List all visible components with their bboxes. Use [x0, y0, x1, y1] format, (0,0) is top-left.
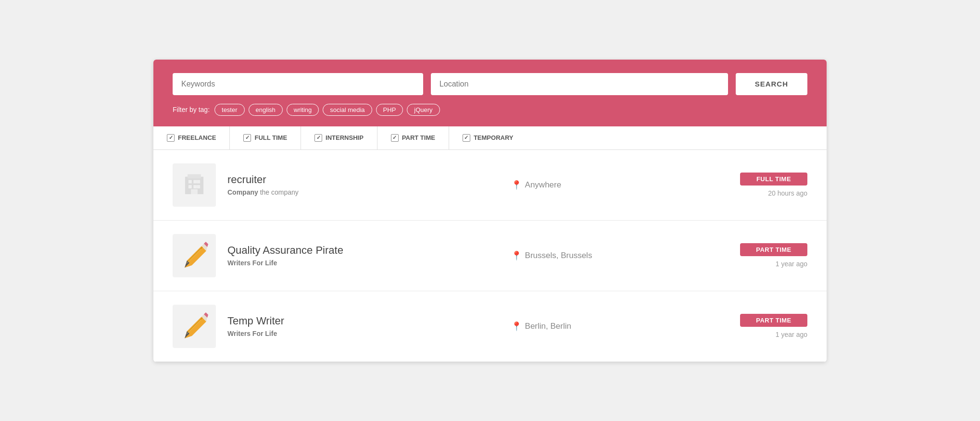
job-info: Temp Writer Writers For Life: [227, 315, 500, 337]
job-company: Company the company: [227, 188, 500, 196]
main-container: SEARCH Filter by tag: testerenglishwriti…: [153, 60, 827, 362]
job-company: Writers For Life: [227, 330, 500, 337]
checkbox-icon: [243, 134, 251, 142]
job-type-badge[interactable]: PART TIME: [740, 243, 807, 256]
job-item[interactable]: Quality Assurance Pirate Writers For Lif…: [153, 221, 827, 291]
job-location: 📍 Anywhere: [511, 180, 729, 190]
svg-rect-7: [197, 185, 200, 188]
filter-bar: FREELANCEFULL TIMEINTERNSHIPPART TIMETEM…: [153, 126, 827, 150]
search-button[interactable]: SEARCH: [736, 73, 807, 95]
job-time: 1 year ago: [776, 260, 807, 268]
job-info: Quality Assurance Pirate Writers For Lif…: [227, 244, 500, 267]
tag-button[interactable]: tester: [214, 104, 245, 116]
tag-button[interactable]: jQuery: [407, 104, 440, 116]
location-text: Brussels, Brussels: [525, 251, 592, 260]
location-input[interactable]: [431, 73, 728, 95]
search-row: SEARCH: [173, 73, 807, 95]
job-meta: FULL TIME 20 hours ago: [740, 173, 807, 197]
filter-type-label: PART TIME: [402, 134, 435, 141]
location-pin-icon: 📍: [511, 321, 522, 332]
checkbox-icon: [391, 134, 399, 142]
location-text: Berlin, Berlin: [525, 322, 571, 331]
checkbox-icon: [314, 134, 322, 142]
location-pin-icon: 📍: [511, 250, 522, 261]
job-item[interactable]: recruiter Company the company 📍 Anywhere…: [153, 150, 827, 221]
checkbox-icon: [463, 134, 470, 142]
filter-label: Filter by tag:: [173, 106, 210, 113]
tag-button[interactable]: writing: [287, 104, 319, 116]
job-company: Writers For Life: [227, 259, 500, 267]
job-type-badge[interactable]: PART TIME: [740, 314, 807, 327]
tag-button[interactable]: english: [249, 104, 283, 116]
job-logo: [173, 305, 216, 348]
job-logo: [173, 234, 216, 277]
tag-button[interactable]: social media: [323, 104, 372, 116]
filter-row: Filter by tag: testerenglishwritingsocia…: [173, 104, 807, 116]
search-header: SEARCH Filter by tag: testerenglishwriti…: [153, 60, 827, 126]
job-location: 📍 Berlin, Berlin: [511, 321, 729, 332]
filter-type-freelance[interactable]: FREELANCE: [153, 126, 230, 149]
filter-type-label: TEMPORARY: [474, 134, 514, 141]
company-prefix: Company: [227, 188, 258, 196]
job-time: 20 hours ago: [768, 189, 807, 197]
svg-rect-3: [193, 180, 197, 183]
job-title: recruiter: [227, 173, 500, 186]
filter-type-internship[interactable]: INTERNSHIP: [301, 126, 377, 149]
svg-rect-2: [188, 180, 192, 183]
job-logo: [173, 163, 216, 207]
job-info: recruiter Company the company: [227, 173, 500, 196]
tags-container: testerenglishwritingsocial mediaPHPjQuer…: [214, 104, 440, 116]
svg-rect-6: [193, 185, 197, 188]
job-meta: PART TIME 1 year ago: [740, 243, 807, 268]
tag-button[interactable]: PHP: [376, 104, 403, 116]
checkbox-icon: [167, 134, 175, 142]
svg-rect-8: [191, 189, 198, 194]
filter-type-temporary[interactable]: TEMPORARY: [449, 126, 527, 149]
job-meta: PART TIME 1 year ago: [740, 314, 807, 338]
job-title: Temp Writer: [227, 315, 500, 327]
filter-type-full-time[interactable]: FULL TIME: [230, 126, 301, 149]
location-text: Anywhere: [525, 180, 562, 190]
svg-rect-4: [197, 180, 200, 183]
filter-type-part-time[interactable]: PART TIME: [377, 126, 449, 149]
company-name: Writers For Life: [227, 259, 277, 267]
job-item[interactable]: Temp Writer Writers For Life 📍 Berlin, B…: [153, 291, 827, 362]
company-name: Writers For Life: [227, 330, 277, 337]
job-list: recruiter Company the company 📍 Anywhere…: [153, 150, 827, 362]
filter-type-label: INTERNSHIP: [326, 134, 364, 141]
keywords-input[interactable]: [173, 73, 423, 95]
svg-rect-5: [188, 185, 192, 188]
filter-type-label: FULL TIME: [254, 134, 287, 141]
job-title: Quality Assurance Pirate: [227, 244, 500, 257]
filter-type-label: FREELANCE: [178, 134, 216, 141]
job-time: 1 year ago: [776, 331, 807, 338]
job-location: 📍 Brussels, Brussels: [511, 250, 729, 261]
job-type-badge[interactable]: FULL TIME: [740, 173, 807, 186]
svg-rect-1: [188, 174, 201, 178]
location-pin-icon: 📍: [511, 180, 522, 190]
